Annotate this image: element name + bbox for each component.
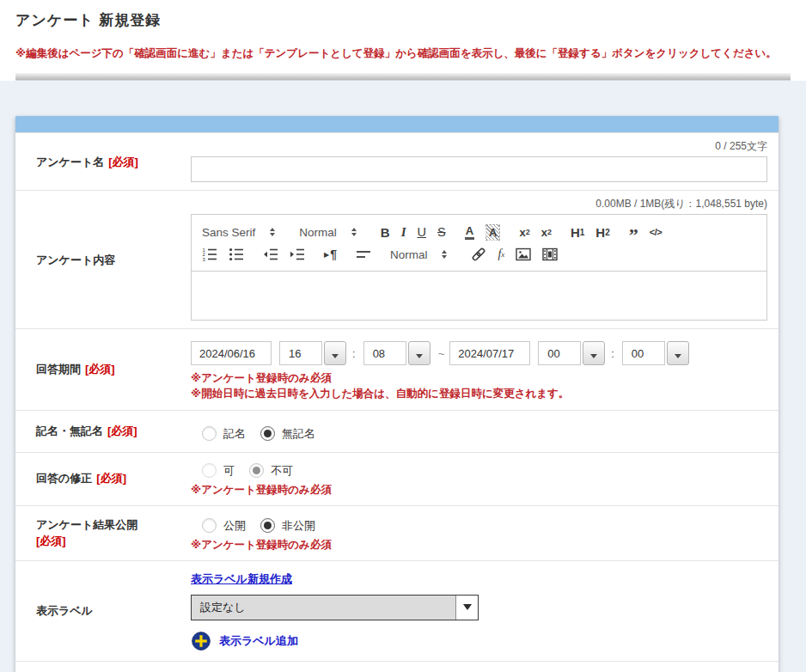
end-hour-dropdown-button[interactable] <box>583 341 605 365</box>
radio-private[interactable] <box>260 518 275 533</box>
blockquote-button[interactable]: ” <box>629 231 638 240</box>
chevron-down-icon <box>463 604 472 610</box>
align-button[interactable] <box>356 247 371 262</box>
start-minute-value[interactable]: 08 <box>363 341 406 365</box>
start-minute-dropdown-button[interactable] <box>408 341 430 365</box>
create-display-label-link[interactable]: 表示ラベル新規作成 <box>191 571 292 587</box>
end-minute-value[interactable]: 00 <box>622 341 665 365</box>
highlight-color-button[interactable]: A <box>485 224 500 241</box>
modification-label: 回答の修正 <box>36 470 92 487</box>
ordered-list-button[interactable]: 123 <box>202 247 217 262</box>
direction-icon: ▶ <box>324 251 329 259</box>
bullet-list-icon <box>229 247 244 262</box>
survey-form-card: アンケート名 [必須] 0 / 255文字 アンケート内容 0.00MB / 1… <box>15 116 779 672</box>
row-answer-modification: 回答の修正 [必須] 可 不可 ※アンケート登録時のみ必須 <box>15 452 779 505</box>
subscript-button[interactable]: x2 <box>519 226 529 239</box>
outdent-button[interactable] <box>263 247 278 262</box>
text-color-button[interactable]: A <box>465 225 474 240</box>
row-survey-name: アンケート名 [必須] 0 / 255文字 <box>15 132 779 190</box>
row-anonymity: 記名・無記名 [必須] 記名 無記名 <box>15 410 779 452</box>
plus-icon <box>192 632 211 651</box>
header-divider <box>15 73 791 81</box>
radio-named-label: 記名 <box>223 426 246 442</box>
period-note-1: ※アンケート登録時のみ必須 <box>191 370 767 386</box>
page-title: アンケート 新規登録 <box>15 10 791 30</box>
image-icon <box>516 247 531 262</box>
radio-modify-not-allowed[interactable] <box>249 463 264 478</box>
radio-public-label: 公開 <box>223 518 246 534</box>
radio-named[interactable] <box>202 426 217 441</box>
size-counter: 0.00MB / 1MB(残り：1,048,551 byte) <box>191 197 767 211</box>
bold-button[interactable]: B <box>381 225 390 240</box>
start-hour-dropdown-button[interactable] <box>324 341 346 365</box>
chevron-down-icon <box>416 354 423 358</box>
radio-modify-allowed-label: 可 <box>223 463 235 479</box>
chevron-down-icon <box>675 354 681 358</box>
video-icon <box>542 247 558 262</box>
end-minute-dropdown-button[interactable] <box>667 341 689 365</box>
radio-modify-not-allowed-label: 不可 <box>271 463 293 479</box>
start-hour-value[interactable]: 16 <box>279 341 322 365</box>
strikethrough-button[interactable]: S <box>437 225 446 239</box>
end-minute-spinner: 00 <box>622 341 689 365</box>
heading-picker[interactable]: Normal <box>299 226 357 239</box>
code-block-button[interactable]: </> <box>650 227 662 237</box>
end-hour-value[interactable]: 00 <box>538 341 581 365</box>
survey-content-label: アンケート内容 <box>36 252 115 269</box>
radio-anonymous[interactable] <box>260 426 275 441</box>
time-colon: : <box>352 347 356 360</box>
chevron-updown-icon <box>270 228 275 236</box>
row-display-label: 表示ラベル 表示ラベル新規作成 設定なし 表示ラベル追加 <box>15 560 779 661</box>
end-date-input[interactable]: 2024/07/17 <box>449 341 530 365</box>
h2-button[interactable]: H2 <box>595 225 609 240</box>
row-answer-period: 回答期間 [必須] 2024/06/16 16 : 08 ~ 2024 <box>15 328 779 409</box>
outdent-icon <box>263 247 278 262</box>
italic-button[interactable]: I <box>401 225 406 240</box>
page-header: アンケート 新規登録 ※編集後はページ下の「確認画面に進む」または「テンプレート… <box>0 0 806 81</box>
editor-content-area[interactable] <box>192 272 766 320</box>
survey-name-input[interactable] <box>191 156 767 182</box>
char-counter: 0 / 255文字 <box>191 139 767 154</box>
editor-toolbar: Sans Serif Normal B I U S A A x2 x2 H1 H… <box>192 215 766 272</box>
select-dropdown-button[interactable] <box>455 596 478 620</box>
add-display-label-link[interactable]: 表示ラベル追加 <box>219 633 298 649</box>
result-publication-note: ※アンケート登録時のみ必須 <box>191 537 767 553</box>
range-tilde: ~ <box>438 347 445 360</box>
font-picker[interactable]: Sans Serif <box>202 226 275 239</box>
chevron-down-icon <box>332 354 339 358</box>
display-label-select[interactable]: 設定なし <box>191 595 479 620</box>
required-badge: [必須] <box>108 154 138 171</box>
display-label-label: 表示ラベル <box>36 602 93 620</box>
video-button[interactable] <box>542 247 558 262</box>
superscript-button[interactable]: x2 <box>541 226 552 239</box>
rich-text-editor: Sans Serif Normal B I U S A A x2 x2 H1 H… <box>191 214 767 321</box>
formula-button[interactable]: fx <box>498 247 504 261</box>
form-header-bar <box>15 116 779 132</box>
add-display-label-button[interactable]: 表示ラベル追加 <box>191 632 767 651</box>
anonymity-label: 記名・無記名 <box>36 423 103 440</box>
ordered-list-icon: 123 <box>202 247 217 262</box>
start-minute-spinner: 08 <box>363 341 430 365</box>
image-button[interactable] <box>516 247 531 262</box>
indent-button[interactable] <box>290 247 305 262</box>
link-icon <box>471 247 486 262</box>
time-colon: : <box>611 347 614 360</box>
required-badge: [必須] <box>36 533 137 550</box>
page-content: アンケート名 [必須] 0 / 255文字 アンケート内容 0.00MB / 1… <box>0 81 806 672</box>
radio-modify-allowed[interactable] <box>202 463 217 478</box>
align-icon <box>356 247 371 262</box>
chevron-updown-icon <box>351 228 357 236</box>
start-date-input[interactable]: 2024/06/16 <box>191 341 272 365</box>
row-target: 対象 [必須] すべての履修者 ユーザグループを選択 履修者を選択 <box>15 661 779 672</box>
underline-button[interactable]: U <box>417 225 425 239</box>
chevron-down-icon <box>590 354 597 358</box>
size-picker[interactable]: Normal <box>390 248 448 261</box>
required-badge: [必須] <box>85 361 115 378</box>
link-button[interactable] <box>471 247 486 262</box>
h1-button[interactable]: H1 <box>571 225 584 240</box>
end-hour-spinner: 00 <box>538 341 605 365</box>
chevron-updown-icon <box>442 250 447 259</box>
bullet-list-button[interactable] <box>229 247 244 262</box>
text-direction-button[interactable]: ▶¶ <box>324 247 337 261</box>
radio-public[interactable] <box>202 518 217 533</box>
